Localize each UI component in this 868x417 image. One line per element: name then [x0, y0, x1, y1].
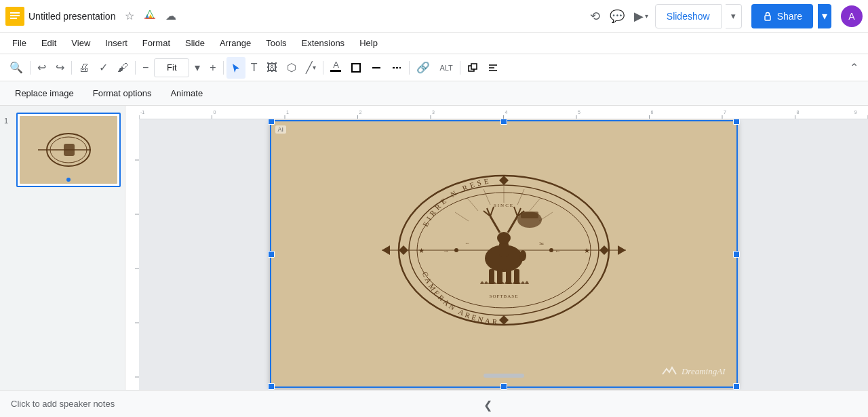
print-button[interactable]: 🖨	[75, 57, 94, 79]
comments-button[interactable]: 💬	[607, 7, 627, 25]
slide-inner: AI ★ ★	[271, 121, 736, 386]
svg-text:9: 9	[854, 110, 857, 115]
notes-placeholder: Click to add speaker notes	[11, 399, 115, 409]
image-insert-button[interactable]: 🖼	[262, 57, 281, 79]
svg-line-70	[467, 198, 478, 211]
history-button[interactable]: ⟲	[587, 7, 603, 25]
paint-format-button[interactable]: 🖌	[113, 57, 132, 79]
border-color-icon	[351, 62, 361, 73]
menu-help[interactable]: Help	[353, 35, 384, 51]
svg-text:2: 2	[359, 110, 362, 115]
canvas-area[interactable]: -1 0 1 2 3 4 5 6 7	[125, 106, 868, 390]
border-dash-button[interactable]	[387, 57, 406, 79]
drive-button[interactable]	[141, 7, 159, 25]
handle-bottom-middle[interactable]	[500, 383, 507, 390]
undo-button[interactable]: ↩	[33, 57, 50, 79]
separator-6	[409, 61, 410, 75]
border-dash-icon	[391, 62, 402, 73]
border-color-button[interactable]	[347, 57, 366, 79]
share-dropdown-button[interactable]: ▾	[818, 4, 831, 28]
doc-title[interactable]: Untitled presentation	[28, 11, 115, 22]
menu-edit[interactable]: Edit	[35, 35, 63, 51]
svg-text:★: ★	[418, 247, 424, 254]
menu-slide[interactable]: Slide	[178, 35, 212, 51]
separator-7	[460, 61, 460, 75]
zoom-control: − Fit ▾ +	[138, 57, 220, 79]
format-options-button[interactable]: Format options	[86, 85, 159, 101]
slide-thumb-dot	[66, 178, 71, 182]
title-bar: Untitled presentation ☆ ☁ ⟲ 💬 ▶▾ Slidesh…	[0, 0, 868, 33]
collapse-toolbar-button[interactable]: ⌃	[846, 57, 863, 79]
align-icon	[488, 62, 498, 73]
handle-bottom-right[interactable]	[733, 383, 740, 390]
star-button[interactable]: ☆	[122, 8, 137, 24]
ruler-h-svg: -1 0 1 2 3 4 5 6 7	[139, 106, 868, 119]
search-toolbar-button[interactable]: 🔍	[5, 57, 27, 79]
cloud-button[interactable]: ☁	[163, 8, 179, 24]
slide-canvas[interactable]: AI ★ ★	[270, 120, 738, 388]
slide-thumbnail-1[interactable]	[16, 113, 121, 187]
align-button[interactable]	[484, 57, 502, 79]
handle-middle-right[interactable]	[733, 251, 740, 258]
cursor-icon	[231, 62, 241, 73]
alt-text-button[interactable]: ALT	[435, 57, 456, 79]
handle-bottom-left[interactable]	[268, 383, 275, 390]
zoom-dropdown-button[interactable]: ▾	[191, 57, 204, 79]
svg-rect-73	[521, 212, 538, 218]
fill-color-button[interactable]: A	[326, 57, 345, 79]
menu-file[interactable]: File	[5, 35, 33, 51]
animate-button[interactable]: Animate	[163, 85, 210, 101]
border-weight-button[interactable]	[367, 57, 386, 79]
link-button[interactable]: 🔗	[412, 57, 434, 79]
separator-1	[30, 61, 31, 75]
badge-container: ★ ★ → ←	[375, 148, 633, 352]
svg-point-76	[497, 232, 511, 244]
menu-view[interactable]: View	[64, 35, 97, 51]
spellcheck-button[interactable]: ✓	[95, 57, 112, 79]
toolbar: 🔍 ↩ ↪ 🖨 ✓ 🖌 − Fit ▾ + T 🖼 ⬡ ╱▾ A 🔗 ALT	[0, 54, 868, 81]
watermark: DreamingAI	[661, 366, 726, 377]
user-avatar[interactable]: A	[841, 5, 863, 27]
svg-line-66	[517, 189, 524, 205]
horizontal-ruler: -1 0 1 2 3 4 5 6 7	[139, 106, 868, 119]
slideshow-dropdown-button[interactable]: ▾	[726, 4, 742, 28]
svg-text:0: 0	[214, 110, 216, 115]
handle-middle-left[interactable]	[268, 251, 275, 258]
title-icons: ☆ ☁	[122, 7, 179, 25]
line-tool-button[interactable]: ╱▾	[302, 57, 320, 79]
redo-button[interactable]: ↪	[52, 57, 68, 79]
svg-rect-75	[499, 242, 509, 257]
menu-arrange[interactable]: Arrange	[213, 35, 258, 51]
text-tool-button[interactable]: T	[247, 57, 262, 79]
svg-rect-4	[765, 16, 770, 20]
present-options-button[interactable]: ▶▾	[631, 7, 651, 25]
separator-4	[223, 61, 224, 75]
select-tool-button[interactable]	[226, 57, 245, 79]
menu-insert[interactable]: Insert	[98, 35, 134, 51]
zoom-input[interactable]: Fit	[154, 58, 189, 77]
zoom-in-button[interactable]: +	[205, 57, 220, 79]
horizontal-scrollbar[interactable]	[484, 374, 524, 378]
svg-line-71	[455, 212, 469, 221]
slideshow-button[interactable]: Slideshow	[655, 4, 722, 28]
svg-marker-50	[382, 245, 390, 255]
svg-line-67	[530, 198, 540, 211]
menu-format[interactable]: Format	[136, 35, 177, 51]
svg-point-89	[519, 250, 526, 261]
svg-line-80	[490, 207, 494, 216]
shapes-button[interactable]: ⬡	[283, 57, 300, 79]
svg-rect-9	[471, 64, 477, 69]
replace-image-button[interactable]: Replace image	[8, 85, 81, 101]
zoom-out-button[interactable]: −	[138, 57, 153, 79]
arrange-order-button[interactable]	[463, 57, 482, 79]
dreaming-logo-icon	[661, 366, 677, 377]
slide-mini-preview	[31, 123, 106, 176]
menu-extensions[interactable]: Extensions	[295, 35, 352, 51]
slide-canvas-wrapper: AI ★ ★	[146, 125, 861, 383]
menu-tools[interactable]: Tools	[259, 35, 293, 51]
share-button[interactable]: Share	[751, 4, 813, 28]
svg-line-77	[490, 216, 500, 233]
separator-3	[135, 61, 136, 75]
svg-text:5: 5	[578, 110, 580, 115]
svg-marker-51	[618, 245, 626, 255]
